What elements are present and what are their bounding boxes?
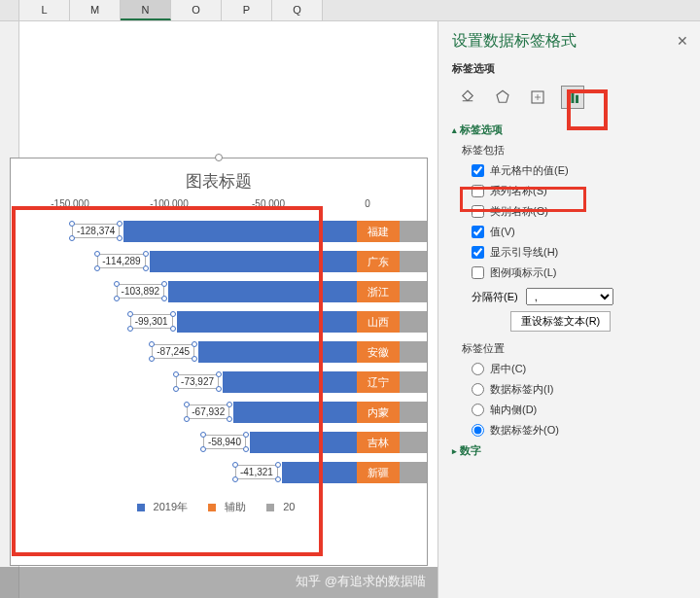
bar-row[interactable]: 山西-99,301 [20, 307, 427, 337]
reset-label-text-button[interactable]: 重设标签文本(R) [510, 311, 611, 332]
section-number[interactable]: 数字 [452, 443, 686, 458]
worksheet-area[interactable]: 图表标题 -150,000 -100,000 -50,000 0 福建-128,… [0, 21, 438, 598]
category-label: 山西 [357, 315, 400, 330]
checkbox-category-name[interactable]: 类别名称(G) [472, 204, 686, 219]
data-label[interactable]: -103,892 [117, 284, 164, 299]
col-Q[interactable]: Q [272, 0, 323, 20]
separator-select[interactable]: , [526, 288, 613, 305]
checkbox-legend-key[interactable]: 图例项标示(L) [472, 265, 686, 280]
size-icon[interactable] [526, 86, 549, 109]
axis-tick: -100,000 [120, 198, 219, 209]
watermark-text: 知乎 @有追求的数据喵 [296, 573, 426, 590]
col-M[interactable]: M [70, 0, 121, 20]
bar-gray[interactable] [400, 371, 427, 393]
fill-icon[interactable] [456, 86, 479, 109]
plot-area[interactable]: 福建-128,374广东-114,289浙江-103,892山西-99,301安… [11, 213, 427, 494]
axis-tick: 0 [318, 198, 417, 209]
corner-cell [0, 0, 19, 20]
axis-tick: -50,000 [219, 198, 318, 209]
radio-center[interactable]: 居中(C) [472, 362, 686, 376]
svg-marker-0 [497, 90, 508, 102]
bar-negative[interactable] [150, 251, 357, 272]
pane-title: 设置数据标签格式 [452, 31, 686, 52]
effects-icon[interactable] [491, 86, 514, 109]
radio-inside-end[interactable]: 数据标签内(I) [472, 382, 686, 397]
checkbox-cell-value[interactable]: 单元格中的值(E) [472, 163, 686, 178]
embedded-chart[interactable]: 图表标题 -150,000 -100,000 -50,000 0 福建-128,… [10, 158, 428, 566]
legend-item: 2019年 [137, 500, 193, 514]
bar-row[interactable]: 福建-128,374 [20, 217, 427, 247]
svg-rect-2 [567, 97, 570, 103]
category-label: 安徽 [357, 345, 400, 360]
bar-negative[interactable] [168, 281, 357, 302]
checkbox-leader-lines[interactable]: 显示引导线(H) [472, 245, 686, 260]
separator-label: 分隔符(E) [472, 290, 518, 304]
category-label: 辽宁 [357, 375, 400, 390]
bar-row[interactable]: 新疆-41,321 [20, 458, 427, 488]
category-label: 新疆 [357, 466, 400, 480]
chart-legend[interactable]: 2019年 辅助 20 [11, 494, 427, 520]
bar-gray[interactable] [400, 251, 427, 272]
bar-negative[interactable] [282, 462, 357, 483]
label-contains-heading: 标签包括 [462, 143, 686, 158]
bar-negative[interactable] [233, 402, 357, 423]
close-icon[interactable]: ✕ [677, 33, 688, 49]
bar-gray[interactable] [400, 432, 427, 453]
bar-negative[interactable] [250, 432, 357, 453]
radio-inside-base[interactable]: 轴内侧(D) [472, 403, 686, 417]
bar-row[interactable]: 辽宁-73,927 [20, 368, 427, 398]
bar-gray[interactable] [400, 402, 427, 423]
chart-title[interactable]: 图表标题 [11, 158, 427, 198]
legend-item: 20 [266, 501, 300, 512]
checkbox-value[interactable]: 值(V) [472, 225, 686, 239]
bar-negative[interactable] [123, 221, 357, 242]
bar-gray[interactable] [400, 462, 427, 483]
data-label[interactable]: -99,301 [130, 314, 173, 329]
data-label[interactable]: -128,374 [72, 224, 120, 238]
category-label: 吉林 [357, 436, 400, 450]
bar-negative[interactable] [177, 311, 357, 333]
bar-gray[interactable] [400, 341, 427, 363]
category-label: 福建 [357, 225, 400, 239]
category-label: 广东 [357, 255, 400, 269]
bar-negative[interactable] [223, 371, 357, 393]
svg-rect-4 [576, 95, 578, 103]
col-O[interactable]: O [171, 0, 222, 20]
bar-gray[interactable] [400, 221, 427, 242]
label-position-heading: 标签位置 [462, 341, 686, 356]
chart-options-icon[interactable] [561, 86, 584, 109]
col-N[interactable]: N [121, 0, 171, 20]
data-label[interactable]: -73,927 [176, 374, 219, 389]
data-label[interactable]: -58,940 [203, 435, 246, 449]
column-headers: L M N O P Q [0, 0, 700, 21]
category-label: 浙江 [357, 285, 400, 299]
svg-rect-3 [572, 93, 575, 104]
bar-negative[interactable] [198, 341, 357, 363]
col-P[interactable]: P [222, 0, 272, 20]
checkbox-series-name[interactable]: 系列名称(S) [472, 184, 686, 198]
format-data-labels-pane: ✕ 设置数据标签格式 标签选项 标签选项 标签包括 单元格中的值(E) 系列名称… [438, 21, 700, 598]
bar-gray[interactable] [400, 281, 427, 302]
category-label: 内蒙 [357, 405, 400, 420]
bar-row[interactable]: 浙江-103,892 [20, 277, 427, 307]
section-label-options[interactable]: 标签选项 [452, 123, 686, 137]
bar-gray[interactable] [400, 311, 427, 333]
bar-row[interactable]: 广东-114,289 [20, 247, 427, 277]
chart-resize-handle[interactable] [215, 154, 223, 161]
radio-outside-end[interactable]: 数据标签外(O) [472, 423, 686, 438]
data-label[interactable]: -114,289 [97, 254, 145, 268]
data-label[interactable]: -87,245 [152, 344, 194, 359]
pane-subtitle: 标签选项 [452, 61, 686, 76]
axis-tick: -150,000 [20, 198, 120, 209]
x-axis: -150,000 -100,000 -50,000 0 [11, 198, 427, 213]
bar-row[interactable]: 内蒙-67,932 [20, 398, 427, 428]
legend-item: 辅助 [208, 500, 252, 514]
data-label[interactable]: -41,321 [235, 465, 278, 479]
bar-row[interactable]: 吉林-58,940 [20, 428, 427, 458]
data-label[interactable]: -67,932 [187, 405, 229, 419]
col-L[interactable]: L [19, 0, 70, 20]
pane-icon-tabs [452, 86, 686, 109]
bar-row[interactable]: 安徽-87,245 [20, 337, 427, 368]
